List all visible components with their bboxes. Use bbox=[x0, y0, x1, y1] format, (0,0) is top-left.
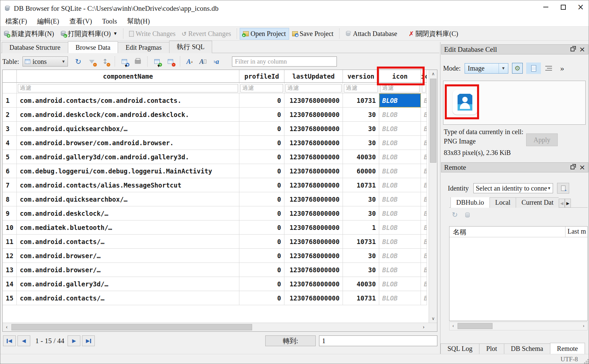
profileId-cell[interactable]: 0 bbox=[239, 291, 284, 305]
menu-view[interactable]: 查看(V) bbox=[64, 17, 97, 26]
row-number-cell[interactable]: 10 bbox=[3, 220, 17, 235]
clipped-blob-cell[interactable]: BLOB bbox=[421, 235, 427, 249]
componentName-cell[interactable]: com.android.browser/com.android.browser. bbox=[17, 136, 239, 150]
lastUpdated-cell[interactable]: 1230768000000 bbox=[284, 93, 343, 108]
clipped-blob-cell[interactable]: BLOB bbox=[421, 192, 427, 206]
row-number-cell[interactable]: 13 bbox=[3, 263, 17, 277]
profileId-cell[interactable]: 0 bbox=[239, 164, 284, 178]
version-cell[interactable]: 30 bbox=[343, 136, 379, 150]
row-number-cell[interactable]: 1 bbox=[3, 93, 17, 108]
column-header-lastUpdated[interactable]: lastUpdated bbox=[284, 70, 343, 83]
column-header-ic[interactable]: ic bbox=[421, 70, 427, 83]
icon-blob-cell[interactable]: BLOB bbox=[379, 150, 421, 164]
icon-blob-cell[interactable]: BLOB bbox=[379, 192, 421, 206]
componentName-cell[interactable]: com.android.contacts/alias.MessageShortc… bbox=[17, 178, 239, 192]
profileId-cell[interactable]: 0 bbox=[239, 220, 284, 235]
profileId-cell[interactable]: 0 bbox=[239, 263, 284, 277]
lastUpdated-cell[interactable]: 1230768000000 bbox=[284, 108, 343, 122]
tab-sql-log[interactable]: SQL Log bbox=[440, 343, 479, 354]
row-number-cell[interactable]: 12 bbox=[3, 249, 17, 263]
corner-header-cell[interactable] bbox=[3, 70, 17, 83]
row-number-cell[interactable]: 2 bbox=[3, 108, 17, 122]
icon-blob-cell[interactable]: BLOB bbox=[379, 164, 421, 178]
version-cell[interactable]: 30 bbox=[343, 108, 379, 122]
profileId-cell[interactable]: 0 bbox=[239, 192, 284, 206]
row-number-cell[interactable]: 8 bbox=[3, 192, 17, 206]
lastUpdated-cell[interactable]: 1230768000000 bbox=[284, 235, 343, 249]
row-number-cell[interactable]: 6 bbox=[3, 164, 17, 178]
version-cell[interactable]: 30 bbox=[343, 249, 379, 263]
row-number-cell[interactable]: 9 bbox=[3, 206, 17, 220]
version-cell[interactable]: 60000 bbox=[343, 164, 379, 178]
column-header-version[interactable]: version bbox=[343, 70, 379, 83]
menu-tools[interactable]: Tools bbox=[97, 17, 122, 25]
componentName-cell[interactable]: com.android.gallery3d/com.android.galler… bbox=[17, 150, 239, 164]
scroll-right-icon[interactable]: › bbox=[420, 323, 428, 331]
tab-scroll-left-icon[interactable]: ◀ bbox=[559, 199, 565, 208]
filter-input-componentName[interactable] bbox=[18, 84, 238, 92]
import-data-button[interactable]: ⚙ bbox=[512, 63, 523, 74]
write-changes-button[interactable]: Write Changes bbox=[126, 28, 179, 39]
filter-input-lastUpdated[interactable] bbox=[285, 84, 342, 92]
row-number-cell[interactable]: 5 bbox=[3, 150, 17, 164]
profileId-cell[interactable]: 0 bbox=[239, 277, 284, 291]
icon-blob-cell[interactable]: BLOB bbox=[379, 277, 421, 291]
scroll-left-icon[interactable]: ‹ bbox=[3, 323, 11, 331]
lastUpdated-cell[interactable]: 1230768000000 bbox=[284, 291, 343, 305]
goto-record-input[interactable] bbox=[319, 335, 437, 346]
profileId-cell[interactable]: 0 bbox=[239, 150, 284, 164]
icon-blob-cell[interactable]: BLOB bbox=[379, 220, 421, 235]
clipped-blob-cell[interactable]: BLOB bbox=[421, 220, 427, 235]
tab-dbhub[interactable]: DBHub.io bbox=[450, 197, 490, 208]
icon-blob-cell[interactable]: BLOB bbox=[379, 249, 421, 263]
clipped-blob-cell[interactable]: BLOB bbox=[421, 206, 427, 220]
menu-help[interactable]: 幫助(H) bbox=[122, 17, 155, 26]
first-record-button[interactable]: ◀ bbox=[3, 335, 16, 346]
row-number-cell[interactable]: 14 bbox=[3, 277, 17, 291]
row-number-cell[interactable]: 15 bbox=[3, 291, 17, 305]
goto-button[interactable]: 轉到: bbox=[265, 335, 316, 346]
icon-blob-cell[interactable]: BLOB bbox=[379, 235, 421, 249]
tab-current-database[interactable]: Current Dat bbox=[516, 197, 559, 208]
componentName-cell[interactable]: com.android.browser/… bbox=[17, 249, 239, 263]
vertical-scrollbar[interactable]: ∧ ∨ bbox=[429, 70, 437, 323]
lastUpdated-cell[interactable]: 1230768000000 bbox=[284, 150, 343, 164]
version-cell[interactable]: 10731 bbox=[343, 178, 379, 192]
tab-plot[interactable]: Plot bbox=[479, 343, 504, 354]
version-cell[interactable]: 40030 bbox=[343, 277, 379, 291]
version-cell[interactable]: 10731 bbox=[343, 235, 379, 249]
icon-blob-cell[interactable]: BLOB bbox=[379, 206, 421, 220]
scroll-up-icon[interactable]: ∧ bbox=[429, 70, 437, 78]
icon-blob-cell[interactable]: BLOB bbox=[379, 263, 421, 277]
tab-browse-data[interactable]: Browse Data bbox=[68, 41, 118, 53]
lastUpdated-cell[interactable]: 1230768000000 bbox=[284, 220, 343, 235]
lastUpdated-cell[interactable]: 1230768000000 bbox=[284, 277, 343, 291]
mode-select[interactable]: Image ▼ bbox=[465, 63, 508, 74]
clipped-blob-cell[interactable]: BLOB bbox=[421, 249, 427, 263]
refresh-button[interactable]: ↻ bbox=[74, 57, 83, 66]
filter-input-icon[interactable] bbox=[380, 84, 420, 92]
filter-input-version[interactable] bbox=[344, 84, 378, 92]
tab-db-schema[interactable]: DB Schema bbox=[504, 343, 550, 354]
clipped-blob-cell[interactable]: BLOB bbox=[421, 108, 427, 122]
componentName-cell[interactable]: com.android.contacts/com.android.contact… bbox=[17, 93, 239, 108]
lastUpdated-cell[interactable]: 1230768000000 bbox=[284, 178, 343, 192]
lastUpdated-cell[interactable]: 1230768000000 bbox=[284, 263, 343, 277]
componentName-cell[interactable]: com.mediatek.bluetooth/… bbox=[17, 220, 239, 235]
profileId-cell[interactable]: 0 bbox=[239, 206, 284, 220]
profileId-cell[interactable]: 0 bbox=[239, 93, 284, 108]
tab-edit-pragmas[interactable]: Edit Pragmas bbox=[118, 42, 169, 53]
version-cell[interactable]: 30 bbox=[343, 206, 379, 220]
clear-sort-button[interactable]: ↕– bbox=[101, 57, 110, 66]
format-toggle-3-button[interactable]: ba bbox=[212, 57, 221, 66]
version-cell[interactable]: 30 bbox=[343, 122, 379, 136]
lastUpdated-cell[interactable]: 1230768000000 bbox=[284, 192, 343, 206]
import-certificate-button[interactable] bbox=[557, 183, 569, 194]
version-cell[interactable]: 1 bbox=[343, 220, 379, 235]
row-number-cell[interactable]: 11 bbox=[3, 235, 17, 249]
clipped-blob-cell[interactable]: BLOB bbox=[421, 122, 427, 136]
profileId-cell[interactable]: 0 bbox=[239, 249, 284, 263]
clipped-blob-cell[interactable]: BLOB bbox=[421, 93, 427, 108]
tab-remote[interactable]: Remote bbox=[550, 343, 585, 354]
lastUpdated-cell[interactable]: 1230768000000 bbox=[284, 136, 343, 150]
